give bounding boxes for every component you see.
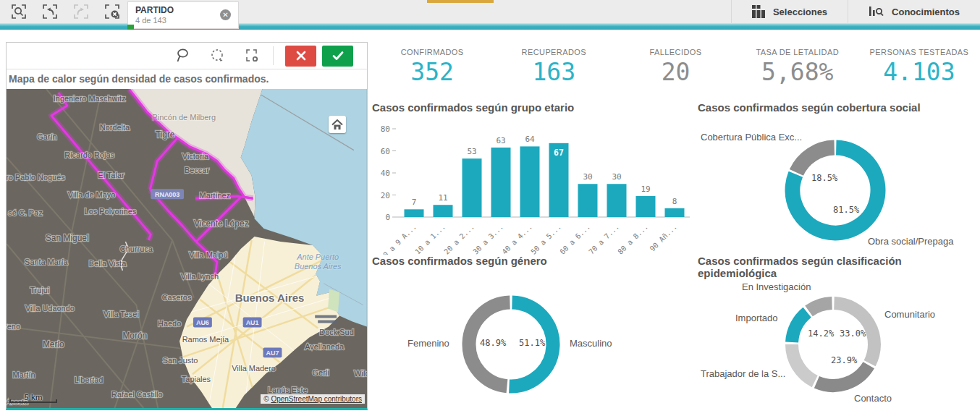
insights-button[interactable]: Conocimientos [848,0,980,24]
bar-value-label: 67 [554,148,564,158]
map-label-Victoria: Victoria [182,152,209,161]
map-label-Buenos Aires: Buenos Aires [295,262,342,271]
step-back-button[interactable] [38,1,62,22]
road-badge-label: AU7 [266,349,279,357]
osm-link[interactable]: OpenStreetMap contributors [271,395,362,403]
map-label-Ramos Mejía: Ramos Mejía [182,335,229,344]
map-label-Wilde: Wilde [354,369,367,378]
bar-value-label: 30 [583,172,592,182]
kpi-value: 4.103 [858,58,980,86]
map-attribution: © OpenStreetMap contributors [261,394,365,404]
x-tick-label[interactable]: 40 a 4... [500,223,533,255]
y-tick-label: 0 [385,213,390,222]
bar-chart-grupo-etario[interactable]: 02040608070 a 9 A...1110 a 1...5320 a 2.… [371,117,695,255]
map-title-bar: Mapa de calor según densidad de casos co… [7,69,367,89]
step-forward-button[interactable] [69,1,93,22]
bar-90 Añ...[interactable] [665,208,685,217]
slice-label-contacto: Contacto [854,393,892,404]
bar-value-label: 64 [525,135,535,144]
panel-cobertura-social: Casos confirmados según cobertura social… [697,101,980,255]
road-badge-label: RNA003 [155,191,179,198]
donut-slice-En Investigación[interactable] [809,303,832,311]
bar-0 a 9 A...[interactable] [405,209,424,217]
insights-search-icon [869,5,884,18]
circle-lasso-tool-button[interactable] [206,45,228,67]
slice-pct-comunitario: 33.0% [840,328,866,339]
x-tick-label[interactable]: 60 a 6... [558,223,591,255]
x-tick-label[interactable]: 50 a 5... [529,223,562,255]
donut-slice-Importado[interactable] [792,313,807,342]
map-label-Haedo: Haedo [158,319,181,328]
dashboard: Selecciones Conocimientos PARTIDO 4 de 1… [0,0,980,416]
bar-70 a 7...[interactable] [607,184,627,217]
slice-label-trabajador-salud: Trabajador de la S... [701,368,785,379]
kpi-label: PERSONAS TESTEADAS [858,48,980,56]
slice-pct-femenino: 48.9% [480,338,506,348]
bar-40 a 4...[interactable] [520,146,540,217]
slice-pct-cobertura-publica: 18.5% [811,173,837,183]
bar-value-label: 53 [467,147,476,156]
selection-chip-partido[interactable]: PARTIDO 4 de 143 ✕ [127,1,239,29]
bar-60 a 6...[interactable] [578,184,598,217]
slice-label-importado: Importado [735,313,778,323]
clear-map-selection-button[interactable] [241,45,263,67]
bar-10 a 1...[interactable] [434,205,453,217]
x-tick-label[interactable]: 20 a 2... [442,223,476,255]
map-label-Trujui: Trujui [30,286,49,294]
map-label-Ricardo Rojas: Ricardo Rojas [64,150,114,159]
y-tick-label: 40 [381,169,390,178]
clear-selections-button[interactable] [100,1,124,22]
chip-selection-count: 4 de 143 [135,16,232,25]
donut-slice-Cobertura Pública Exc...[interactable] [796,148,834,172]
map-label-El Talar: El Talar [98,171,124,179]
selections-button[interactable]: Selecciones [731,0,848,24]
confirm-check-icon [331,50,345,61]
kpi-recuperados: RECUPERADOS 163 [493,38,614,95]
cancel-selection-button[interactable] [285,46,316,67]
toolbar-right: Selecciones Conocimientos [731,0,980,24]
chip-field-name: PARTIDO [135,5,232,15]
y-tick-label: 20 [381,191,390,200]
donut-chart-genero[interactable] [446,279,576,409]
lasso-tool-button[interactable] [172,45,193,67]
x-tick-label[interactable]: 30 a 3... [471,223,504,255]
smart-search-button[interactable] [7,1,31,22]
selections-grid-icon [752,5,766,18]
x-tick-label[interactable]: 0 a 9 A... [381,223,418,255]
road-badge-label: AU1 [246,319,259,326]
kpi-personas-testeadas: PERSONAS TESTEADAS 4.103 [858,38,980,95]
x-tick-label[interactable]: 70 a 7... [587,223,620,255]
map-label-Vicente López: Vicente López [194,218,248,229]
bar-value-label: 30 [612,172,621,182]
kpi-value: 5,68% [737,58,858,86]
confirm-selection-button[interactable] [322,46,353,67]
y-tick-label: 80 [381,124,390,134]
home-button[interactable] [329,116,346,133]
map-selection-toolbar [7,43,367,69]
kpi-value: 163 [493,58,614,86]
chip-close-icon[interactable]: ✕ [220,9,231,20]
bar-20 a 2...[interactable] [462,158,482,217]
undo-arrow-icon [41,3,59,20]
map-label-Buenos Aires: Buenos Aires [235,292,305,304]
bar-30 a 3...[interactable] [491,148,511,217]
map-card: Mapa de calor según densidad de casos co… [6,42,368,410]
map-label-Martín: Martín [13,370,35,379]
map-label-sé C. Paz: sé C. Paz [8,208,42,217]
donut-slice-Trabajador de la S...[interactable] [792,344,815,381]
x-tick-label[interactable]: 80 a 8... [616,223,649,255]
map-label-Villa de Mayo: Villa de Mayo [68,190,115,199]
donut-slice-Contacto[interactable] [816,365,869,386]
map-label-Tigre: Tigre [156,130,175,140]
kpi-value: 352 [371,58,493,86]
map-label-Caseros: Caseros [162,293,192,302]
map-label-Churruca: Churruca [120,245,153,253]
donut-chart-clasificacion[interactable] [768,279,898,409]
slice-label-masculino: Masculino [570,338,612,349]
bar-80 a 8...[interactable] [636,196,656,217]
x-tick-label[interactable]: 90 Añ... [649,223,679,253]
map-canvas[interactable]: RNA003AU6AU1AU7 Ingeniero MaschwitzRincó… [7,89,367,408]
map-label-Los Polvorines: Los Polvorines [85,207,137,216]
x-tick-label[interactable]: 10 a 1... [413,223,447,255]
map-label-Martínez: Martínez [200,191,231,200]
